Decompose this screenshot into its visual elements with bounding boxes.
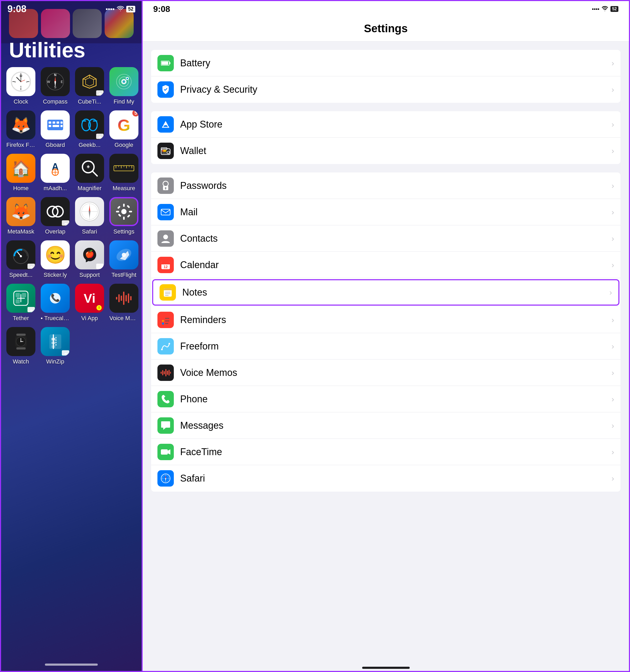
app-truecaller[interactable]: 📞 • Truecaller <box>41 284 70 322</box>
settings-row-battery[interactable]: Battery › <box>151 50 621 76</box>
app-safari[interactable]: Safari <box>75 197 104 235</box>
winzip-icon: ☁ <box>41 327 70 356</box>
settings-row-privacy[interactable]: Privacy & Security › <box>151 76 621 103</box>
settings-icon <box>110 197 139 226</box>
app-testflight[interactable]: TestFlight <box>110 240 139 279</box>
app-vi[interactable]: Vi ! Vi App <box>75 284 104 322</box>
truecaller-icon: 📞 <box>41 284 70 313</box>
right-battery-badge: 52 <box>610 6 619 12</box>
privacy-chevron: › <box>611 85 614 94</box>
settings-row-phone[interactable]: Phone › <box>151 386 621 412</box>
svg-point-67 <box>121 209 126 214</box>
svg-rect-108 <box>51 338 55 340</box>
watch-label: Watch <box>13 358 29 365</box>
settings-row-safari[interactable]: Safari › <box>151 465 621 491</box>
svg-rect-93 <box>121 295 122 301</box>
svg-rect-91 <box>116 297 117 299</box>
app-settings[interactable]: Settings <box>110 197 139 235</box>
support-label: Support <box>79 271 100 279</box>
geekbench-label: Geekb... <box>78 142 100 148</box>
app-voicememos[interactable]: Voice Memos <box>110 284 139 322</box>
cubeti-icloud: ☁ <box>96 90 103 96</box>
app-overlap[interactable]: ☁ Overlap <box>41 197 70 235</box>
appstore-row-icon <box>158 116 174 133</box>
svg-rect-109 <box>51 341 55 344</box>
app-aadhaar[interactable]: A ☁ mAadh... <box>41 154 70 192</box>
app-magnifier[interactable]: + Magnifier <box>75 154 104 192</box>
page-title: Utilities <box>9 38 85 62</box>
settings-label: Settings <box>113 228 135 235</box>
svg-rect-69 <box>123 217 125 220</box>
app-speedt[interactable]: ☁ Speedt... <box>6 240 35 279</box>
svg-rect-99 <box>16 347 26 350</box>
svg-text:W: W <box>47 80 50 84</box>
findmy-label: Find My <box>114 98 134 105</box>
settings-row-calendar[interactable]: 12 Calendar › <box>151 252 621 278</box>
settings-row-notes[interactable]: Notes › <box>152 279 620 306</box>
svg-rect-84 <box>16 293 20 297</box>
svg-text:6: 6 <box>20 85 21 88</box>
settings-row-freeform[interactable]: Freeform › <box>151 333 621 360</box>
phone-row-label: Phone <box>180 393 609 405</box>
findmy-icon <box>110 67 139 96</box>
settings-row-mail[interactable]: Mail › <box>151 199 621 225</box>
settings-row-contacts[interactable]: Contacts › <box>151 225 621 252</box>
settings-row-voicememos[interactable]: Voice Memos › <box>151 360 621 386</box>
app-support[interactable]: 🍎 ☁ Support <box>75 240 104 279</box>
app-geekbench[interactable]: ☁ Geekb... <box>75 111 104 148</box>
reminders-chevron: › <box>611 315 614 325</box>
app-winzip[interactable]: ☁ WinZip <box>41 327 70 365</box>
app-measure[interactable]: Measure <box>110 154 139 192</box>
stickerly-icloud: ☁ <box>62 264 69 269</box>
settings-section-1: Battery › Privacy & Security › <box>151 50 621 103</box>
wifi-icon <box>117 5 124 13</box>
mail-row-icon <box>158 204 174 220</box>
svg-rect-97 <box>130 296 131 301</box>
settings-row-reminders[interactable]: Reminders › <box>151 307 621 333</box>
calendar-row-label: Calendar <box>180 259 609 270</box>
app-watch[interactable]: Watch <box>6 327 35 365</box>
geekbench-icon: ☁ <box>75 111 104 140</box>
app-google[interactable]: G 5 Google <box>110 111 139 148</box>
app-tether[interactable]: ☁ Tether <box>6 284 35 322</box>
app-home[interactable]: 🏠 Home <box>6 154 35 192</box>
app-gboard[interactable]: ☁ Gboard <box>41 111 70 148</box>
settings-row-passwords[interactable]: Passwords › <box>151 172 621 199</box>
calendar-chevron: › <box>611 261 614 269</box>
app-stickerly[interactable]: 😊 ☁ Sticker.ly <box>41 240 70 279</box>
svg-text:!: ! <box>99 306 100 310</box>
google-icon: G 5 <box>110 111 139 140</box>
speedt-label: Speedt... <box>9 271 32 279</box>
app-compass[interactable]: N S W E Compass <box>41 67 70 105</box>
wallet-chevron: › <box>611 146 614 155</box>
svg-rect-71 <box>129 211 132 212</box>
home-label: Home <box>13 185 29 192</box>
app-findmy[interactable]: Find My <box>110 67 139 105</box>
truecaller-label: • Truecaller <box>41 315 70 322</box>
svg-rect-33 <box>53 121 55 124</box>
svg-rect-149 <box>161 371 162 374</box>
settings-section-2: App Store › Wallet › <box>151 111 621 164</box>
battery-row-icon <box>158 55 174 71</box>
settings-row-facetime[interactable]: FaceTime › <box>151 439 621 465</box>
right-status-icons: ▪▪▪▪ 52 <box>592 6 619 12</box>
right-status-time: 9:08 <box>153 4 170 14</box>
app-cubeti[interactable]: ☁ CubeTi... <box>75 67 104 105</box>
notes-chevron: › <box>609 288 612 297</box>
svg-point-78 <box>20 255 22 257</box>
svg-rect-137 <box>164 289 172 290</box>
svg-rect-68 <box>123 203 125 207</box>
firefox-label: Firefox Focus <box>6 142 35 148</box>
left-status-time: 9:08 <box>7 3 26 15</box>
settings-row-appstore[interactable]: App Store › <box>151 111 621 138</box>
settings-row-messages[interactable]: Messages › <box>151 412 621 439</box>
settings-row-wallet[interactable]: Wallet › <box>151 138 621 164</box>
svg-rect-86 <box>16 299 20 304</box>
app-clock[interactable]: 12 6 9 3 Clock <box>6 67 35 105</box>
app-metamask[interactable]: 🦊 MetaMask <box>6 197 35 235</box>
svg-text:N: N <box>54 73 56 77</box>
freeform-row-icon <box>158 338 174 355</box>
app-firefox[interactable]: 🦊 Firefox Focus <box>6 111 35 148</box>
svg-text:9: 9 <box>14 80 16 83</box>
notes-row-label: Notes <box>182 287 607 298</box>
